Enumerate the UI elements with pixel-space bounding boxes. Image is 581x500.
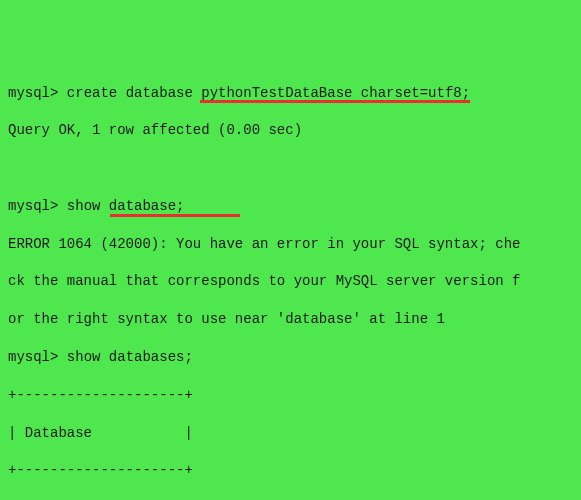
prompt: mysql> [8,198,58,214]
terminal-line: ERROR 1064 (42000): You have an error in… [8,235,573,254]
command-text: show databases; [58,349,192,365]
prompt: mysql> [8,85,58,101]
output-text: ck the manual that corresponds to your M… [8,273,520,289]
highlight-underline [110,214,240,217]
terminal-line: mysql> show database; [8,197,573,216]
terminal-line: mysql> create database pythonTestDataBas… [8,84,573,103]
output-text: Query OK, 1 row affected (0.00 sec) [8,122,302,138]
terminal-line: ck the manual that corresponds to your M… [8,272,573,291]
output-text: or the right syntax to use near 'databas… [8,311,445,327]
command-text: create database pythonTestDataBase chars… [58,85,470,101]
terminal-line: mysql> show databases; [8,348,573,367]
output-text: | Database | [8,425,193,441]
output-text: +--------------------+ [8,462,193,478]
table-header: | Database | [8,424,573,443]
table-separator: +--------------------+ [8,461,573,480]
output-text: ERROR 1064 (42000): You have an error in… [8,236,520,252]
terminal-line: or the right syntax to use near 'databas… [8,310,573,329]
command-text: show database; [58,198,184,214]
terminal-line [8,159,573,178]
output-text: +--------------------+ [8,387,193,403]
terminal-line: Query OK, 1 row affected (0.00 sec) [8,121,573,140]
prompt: mysql> [8,349,58,365]
highlight-underline [200,100,470,103]
table-separator: +--------------------+ [8,386,573,405]
